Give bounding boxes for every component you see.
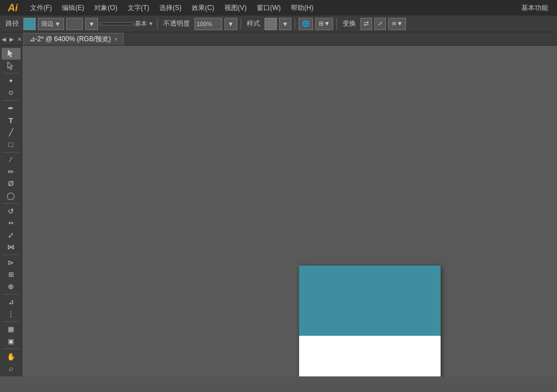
ai-logo: Ai <box>4 0 21 16</box>
style-label: 样式 <box>245 19 262 28</box>
menu-item-选择(S)[interactable]: 选择(S) <box>155 2 186 14</box>
tool-divider7 <box>3 321 19 322</box>
tool-divider3 <box>3 152 19 153</box>
stroke-btn[interactable]: 描边 ▼ <box>38 18 64 30</box>
eyedropper-btn[interactable]: ⊿ <box>2 296 21 308</box>
opacity-input[interactable]: 100% <box>194 18 222 30</box>
path-label: 路径 <box>3 19 21 28</box>
tab-close-all-btn[interactable]: ✕ <box>16 33 23 45</box>
opacity-dropdown[interactable]: ▼ <box>224 18 237 30</box>
stroke-label: 描边 <box>41 19 53 28</box>
transform-btn3[interactable]: ≋▼ <box>388 18 406 30</box>
artwork <box>299 266 441 376</box>
menu-item-文件(F)[interactable]: 文件(F) <box>26 2 56 14</box>
stroke-arrow: ▼ <box>148 21 154 27</box>
tool-divider4 <box>3 203 19 204</box>
tab-title: ⊿-2* @ 6400% (RGB/预览) <box>30 35 111 44</box>
menu-item-视图(V)[interactable]: 视图(V) <box>220 2 251 14</box>
rotate-btn[interactable]: ↺ <box>2 205 21 217</box>
tab-close-btn[interactable]: × <box>114 36 118 42</box>
transform-label: 变换 <box>340 19 358 28</box>
menu-item-效果(C)[interactable]: 效果(C) <box>187 2 219 14</box>
tool-divider8 <box>3 349 19 349</box>
menu-item-帮助(H)[interactable]: 帮助(H) <box>286 2 318 14</box>
divider1 <box>157 18 158 30</box>
toolbox: ✦ ⊙ ✒ T ╱ □ ∕ ✏ Ø ◯ ↺ ⇔ ⤢ ⋈ ⊳ ⊞ ⊕ ⊿ ⋮ ▦ … <box>0 46 22 376</box>
selection-tool-btn[interactable] <box>2 48 21 60</box>
pencil-btn[interactable]: ✏ <box>2 166 21 178</box>
title-bar: Ai 文件(F)编辑(E)对象(O)文字(T)选择(S)效果(C)视图(V)窗口… <box>0 0 557 16</box>
free-transform-btn[interactable]: ⊞ <box>2 269 21 281</box>
warp-btn[interactable]: ⋈ <box>2 242 21 253</box>
magic-wand-btn[interactable]: ✦ <box>2 75 21 87</box>
tab-next-btn[interactable]: ▶ <box>8 33 16 45</box>
toolbar: 路径 描边 ▼ ▼ 基本 ▼ 不透明度 100% ▼ 样式 ▼ 🌐 ⊞▼ 变换 … <box>0 16 557 32</box>
column-graph-btn[interactable]: ▦ <box>2 324 21 335</box>
basic-function-label: 基本功能 <box>517 2 553 14</box>
stroke-dropdown-btn[interactable]: ▼ <box>85 18 98 30</box>
tool-divider6 <box>3 294 19 295</box>
stroke-preview-container: 基本 ▼ <box>100 19 154 28</box>
basic-stroke-label: 基本 <box>135 19 147 28</box>
menu-item-对象(O)[interactable]: 对象(O) <box>90 2 121 14</box>
direct-selection-tool-btn[interactable] <box>2 60 21 72</box>
transform-btn2[interactable]: ⤢ <box>374 18 386 30</box>
blend-btn[interactable]: ⋮ <box>2 308 21 320</box>
menu-bar: 文件(F)编辑(E)对象(O)文字(T)选择(S)效果(C)视图(V)窗口(W)… <box>26 2 512 14</box>
transform-btn1[interactable]: ⇄ <box>360 18 372 30</box>
pen-btn[interactable]: ✒ <box>2 102 21 114</box>
reflect-btn[interactable]: ⇔ <box>2 217 21 229</box>
tool-divider1 <box>3 73 19 74</box>
tab-prev-btn[interactable]: ◀ <box>0 33 8 45</box>
stroke-dropdown-icon: ▼ <box>55 21 61 27</box>
eraser-btn[interactable]: ◯ <box>2 190 21 202</box>
stroke-width-input[interactable] <box>66 18 83 30</box>
menu-item-窗口(W)[interactable]: 窗口(W) <box>252 2 285 14</box>
main-area: ✦ ⊙ ✒ T ╱ □ ∕ ✏ Ø ◯ ↺ ⇔ ⤢ ⋈ ⊳ ⊞ ⊕ ⊿ ⋮ ▦ … <box>0 46 557 376</box>
type-btn[interactable]: T <box>2 115 21 126</box>
rect-btn[interactable]: □ <box>2 139 21 150</box>
line-btn[interactable]: ╱ <box>2 126 21 138</box>
stroke-preview <box>100 23 134 25</box>
style-swatch[interactable] <box>265 18 277 30</box>
scale-btn[interactable]: ⤢ <box>2 229 21 241</box>
paintbrush-btn[interactable]: ∕ <box>2 154 21 165</box>
width-btn[interactable]: ⊳ <box>2 257 21 268</box>
opacity-label: 不透明度 <box>161 19 192 28</box>
canvas-area[interactable] <box>22 46 557 376</box>
menu-item-文字(T)[interactable]: 文字(T) <box>123 2 154 14</box>
tool-divider2 <box>3 100 19 101</box>
hand-btn[interactable]: ✋ <box>2 351 21 362</box>
style-dropdown[interactable]: ▼ <box>279 18 292 30</box>
blob-brush-btn[interactable]: Ø <box>2 178 21 190</box>
artboard-btn[interactable]: ▣ <box>2 335 21 347</box>
divider4 <box>336 18 337 30</box>
tool-divider5 <box>3 254 19 255</box>
menu-item-编辑(E)[interactable]: 编辑(E) <box>57 2 89 14</box>
align-btn[interactable]: ⊞▼ <box>315 18 333 30</box>
divider2 <box>241 18 241 30</box>
globe-btn[interactable]: 🌐 <box>299 18 313 30</box>
document-tab[interactable]: ⊿-2* @ 6400% (RGB/预览) × <box>23 33 124 45</box>
artwork-bottom-rect <box>299 336 441 376</box>
shape-builder-btn[interactable]: ⊕ <box>2 281 21 292</box>
fill-swatch[interactable] <box>23 18 36 30</box>
tab-bar: ◀ ▶ ✕ ⊿-2* @ 6400% (RGB/预览) × <box>0 32 557 46</box>
zoom-btn[interactable]: ⌕ <box>2 362 21 374</box>
lasso-btn[interactable]: ⊙ <box>2 87 21 99</box>
artwork-top-rect <box>299 266 441 336</box>
divider3 <box>295 18 295 30</box>
